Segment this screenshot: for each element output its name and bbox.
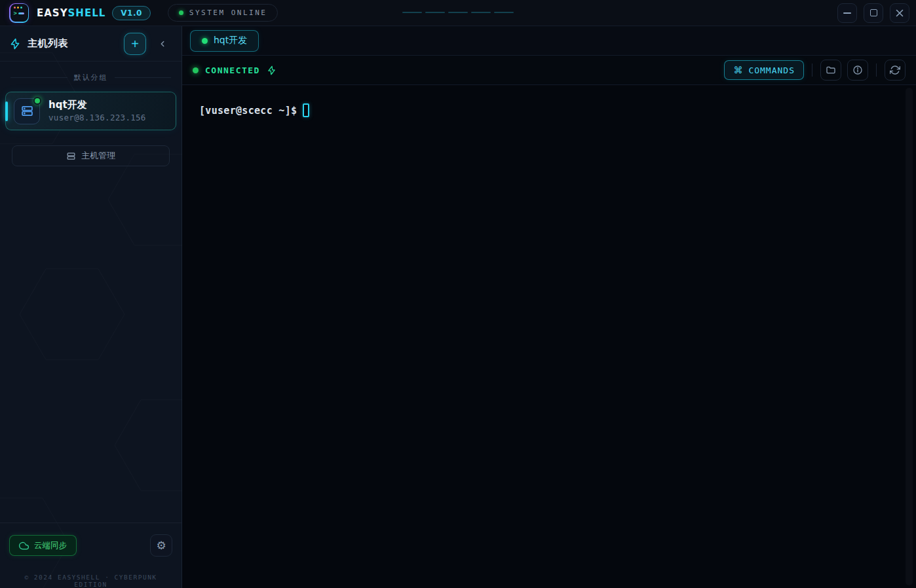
command-icon: ⌘: [733, 65, 742, 75]
host-list-item[interactable]: hqt开发 vuser@8.136.223.156: [5, 92, 176, 130]
bolt-small-icon: [267, 65, 277, 75]
file-manager-button[interactable]: [820, 60, 841, 81]
terminal-cursor: [303, 103, 309, 117]
connection-status-bar: CONNECTED ⌘ COMMANDS: [182, 56, 916, 85]
connected-status-label: CONNECTED: [205, 65, 260, 75]
shell-prompt: [vuser@scecc ~]$: [199, 105, 297, 117]
minimize-icon: [843, 12, 851, 14]
app-title-accent: SHELL: [68, 7, 106, 19]
cloud-sync-label: 云端同步: [34, 540, 67, 551]
gear-icon: ⚙: [156, 540, 166, 551]
tab-label: hqt开发: [214, 35, 247, 46]
cloud-sync-button[interactable]: 云端同步: [9, 535, 77, 556]
close-icon: [896, 9, 904, 17]
app-title: EASYSHELL: [37, 7, 105, 19]
collapse-sidebar-button[interactable]: [155, 37, 170, 51]
host-address: vuser@8.136.223.156: [48, 113, 146, 122]
group-divider: 默认分组: [0, 73, 181, 83]
connected-status-dot: [193, 67, 199, 73]
host-manage-button[interactable]: 主机管理: [12, 145, 170, 166]
app-logo-terminal-icon: >: [9, 3, 29, 23]
folder-icon: [826, 65, 836, 75]
host-manage-label: 主机管理: [81, 150, 115, 162]
titlebar-drag-region[interactable]: > EASYSHELL V1.0 SYSTEM ONLINE: [0, 0, 916, 26]
chevron-left-icon: [158, 39, 167, 48]
commands-label: COMMANDS: [748, 65, 795, 75]
copyright-text: © 2024 EASYSHELL · CYBERPUNK EDITION: [9, 574, 172, 588]
titlebar-decorative-dashes: [402, 12, 514, 13]
system-status-label: SYSTEM ONLINE: [189, 9, 267, 17]
sidebar-title: 主机列表: [28, 37, 68, 50]
commands-button[interactable]: ⌘ COMMANDS: [724, 60, 804, 80]
maximize-icon: [870, 9, 877, 16]
bolt-icon: [9, 38, 21, 50]
cloud-icon: [19, 541, 29, 551]
reconnect-button[interactable]: [885, 60, 906, 81]
version-badge: V1.0: [112, 6, 151, 20]
minimize-button[interactable]: [837, 3, 857, 23]
online-status-dot: [179, 10, 183, 15]
terminal-viewport[interactable]: [vuser@scecc ~]$: [182, 85, 916, 588]
add-host-button[interactable]: +: [124, 33, 146, 55]
main-area: hqt开发 CONNECTED ⌘ COMMANDS: [182, 26, 916, 588]
toolbar-divider: [876, 64, 877, 77]
server-icon: [20, 104, 34, 118]
app-window: > EASYSHELL V1.0 SYSTEM ONLINE: [0, 0, 916, 588]
app-title-primary: EASY: [37, 7, 68, 19]
host-online-dot: [33, 97, 41, 105]
plus-icon: +: [131, 37, 139, 50]
server-small-icon: [66, 151, 76, 161]
connection-status: CONNECTED: [193, 65, 277, 75]
terminal-prompt-line: [vuser@scecc ~]$: [199, 103, 899, 117]
prompt-icon: >: [14, 10, 24, 16]
sidebar-header: 主机列表 +: [0, 26, 181, 62]
terminal-scrollbar[interactable]: [906, 88, 913, 585]
sidebar: 主机列表 + 默认分组: [0, 26, 182, 588]
host-name: hqt开发: [48, 100, 146, 111]
close-button[interactable]: [890, 3, 909, 23]
session-info-button[interactable]: [847, 60, 868, 81]
info-icon: [852, 65, 863, 75]
traffic-dots-icon: [14, 7, 22, 9]
server-icon-box: [14, 98, 40, 124]
terminal-icon: >: [10, 4, 28, 22]
system-status-pill: SYSTEM ONLINE: [168, 4, 278, 22]
tab-bar: hqt开发: [182, 26, 916, 56]
group-label: 默认分组: [74, 73, 108, 83]
tab-connected-dot: [202, 38, 208, 44]
settings-button[interactable]: ⚙: [150, 534, 172, 557]
refresh-icon: [890, 65, 900, 75]
toolbar-divider: [812, 64, 812, 77]
sidebar-footer: 云端同步 ⚙ © 2024 EASYSHELL · CYBERPUNK EDIT…: [0, 523, 181, 588]
maximize-button[interactable]: [864, 3, 883, 23]
active-indicator-bar: [5, 101, 8, 121]
tab-session[interactable]: hqt开发: [190, 30, 259, 52]
